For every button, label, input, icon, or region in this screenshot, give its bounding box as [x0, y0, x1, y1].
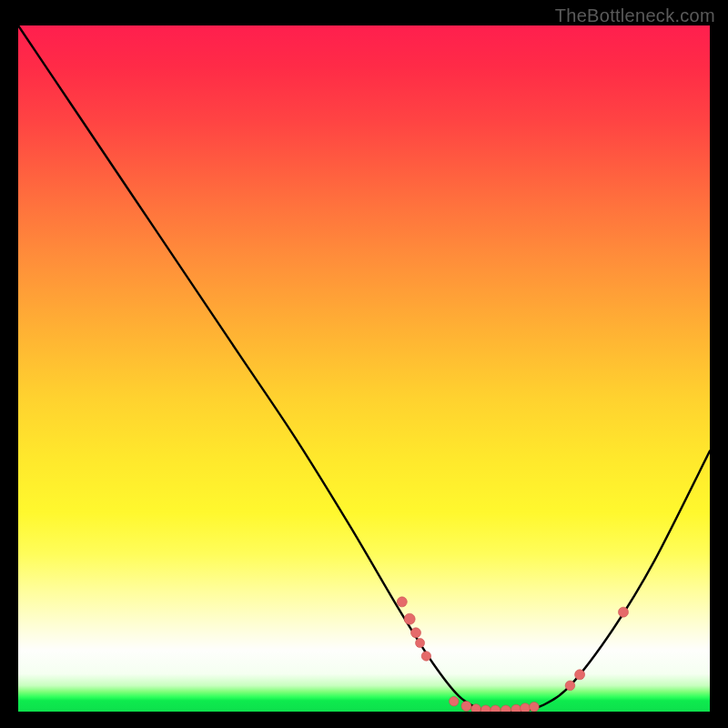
curve-marker	[461, 701, 471, 711]
curve-marker	[480, 705, 490, 712]
curve-marker	[521, 703, 531, 712]
plot-area	[18, 25, 710, 712]
watermark-text: TheBottleneck.com	[555, 5, 715, 26]
curve-marker	[490, 705, 500, 712]
bottleneck-curve	[18, 25, 710, 712]
curve-marker	[450, 696, 459, 705]
curve-marker	[416, 639, 425, 648]
curve-marker	[575, 670, 585, 680]
curve-marker	[565, 681, 575, 691]
chart-stage: TheBottleneck.com	[0, 0, 728, 728]
curve-marker	[619, 607, 629, 617]
curve-marker	[397, 597, 407, 607]
curve-marker	[530, 702, 540, 712]
curve-marker	[471, 704, 481, 712]
curve-marker	[421, 652, 430, 661]
curve-marker	[511, 704, 521, 712]
curve-marker	[411, 628, 421, 638]
bottleneck-curve-svg	[18, 25, 710, 712]
curve-marker	[404, 613, 415, 624]
curve-markers	[397, 597, 628, 712]
curve-marker	[500, 705, 511, 712]
